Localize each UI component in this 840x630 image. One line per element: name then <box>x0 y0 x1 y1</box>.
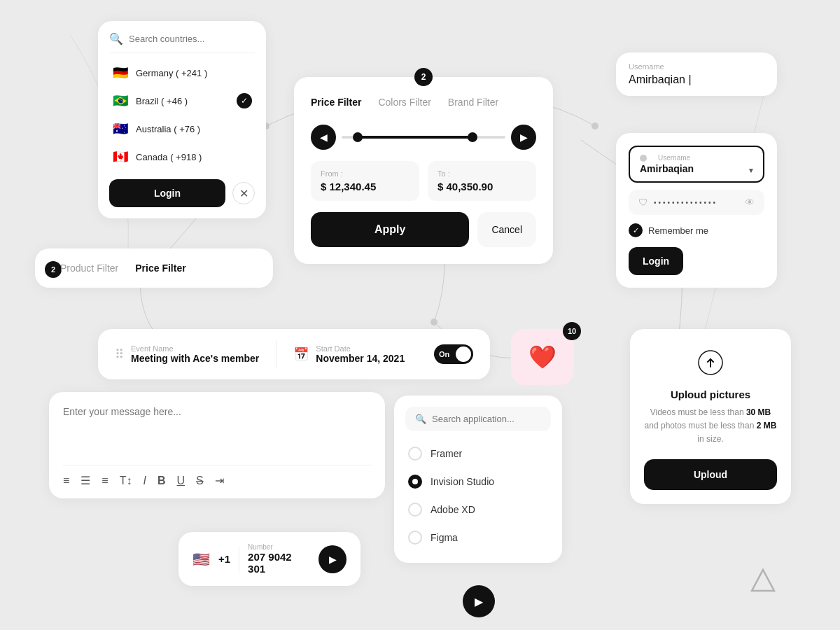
eye-icon[interactable]: 👁 <box>745 197 755 208</box>
like-count-badge: 10 <box>563 322 581 340</box>
align-right-icon[interactable]: ≡ <box>102 475 108 487</box>
radio-inner <box>412 479 418 484</box>
slider-thumb-left[interactable] <box>353 132 363 142</box>
toggle-thumb <box>456 346 471 362</box>
phone-code: +1 <box>218 553 230 565</box>
username-field-value: Amirbaqian <box>640 163 753 174</box>
upload-icon <box>698 350 723 380</box>
login-submit-button[interactable]: Login <box>629 247 683 275</box>
upload-title: Uploud pictures <box>671 388 750 400</box>
strikethrough-icon[interactable]: S <box>196 475 204 487</box>
slider-track[interactable] <box>342 136 505 139</box>
close-button[interactable]: ✕ <box>232 182 255 204</box>
tab-price[interactable]: Price Filter <box>311 94 361 111</box>
username-display-label: Username <box>629 62 764 71</box>
svg-point-4 <box>430 318 438 326</box>
country-selector-card: 🔍 🇩🇪 Germany ( +241 ) 🇧🇷 Brazil ( +46 ) … <box>98 21 266 218</box>
to-price-box[interactable]: To : $ 40,350.90 <box>428 161 536 201</box>
country-name: Canada ( +918 ) <box>136 152 202 162</box>
video-size: 30 MB <box>746 407 771 417</box>
tab-brand[interactable]: Brand Filter <box>448 94 498 111</box>
price-filter-tabs: Price Filter Colors Filter Brand Filter <box>311 94 536 111</box>
phone-divider <box>239 547 239 572</box>
to-value: $ 40,350.90 <box>438 181 526 192</box>
login-button[interactable]: Login <box>109 179 225 207</box>
from-label: From : <box>321 169 410 178</box>
list-item[interactable]: 🇧🇷 Brazil ( +46 ) ✓ <box>109 87 255 115</box>
phone-arrow-button[interactable]: ▶ <box>318 545 346 573</box>
remember-me-row[interactable]: ✓ Remember me <box>629 223 764 237</box>
country-search-input[interactable] <box>129 34 255 44</box>
logo-mark <box>749 567 777 595</box>
cancel-button[interactable]: Cancel <box>477 212 536 247</box>
country-name: Germany ( +241 ) <box>136 68 207 78</box>
slider-left-arrow[interactable]: ◀ <box>311 125 336 150</box>
event-name-field: ⠿ Event Name Meeting with Ace's member <box>115 344 259 364</box>
login-btn-row: Login ✕ <box>109 179 255 207</box>
underline-icon[interactable]: U <box>176 475 185 487</box>
search-icon: 🔍 <box>415 414 426 424</box>
list-item[interactable]: 🇨🇦 Canada ( +918 ) <box>109 143 255 171</box>
from-price-box[interactable]: From : $ 12,340.45 <box>311 161 419 201</box>
remember-label: Remember me <box>648 225 708 236</box>
filter-tabs-card: 2 Product Filter Price Filter <box>35 248 273 288</box>
bold-icon[interactable]: B <box>158 475 166 487</box>
align-left-icon[interactable]: ≡ <box>63 475 69 487</box>
list-item[interactable]: Invision Studio <box>405 468 551 496</box>
country-name: Brazil ( +46 ) <box>136 96 188 106</box>
password-field[interactable]: 🛡 •••••••••••••• 👁 <box>629 190 764 215</box>
radio-framer <box>408 447 422 461</box>
phone-number-value: 207 9042 301 <box>248 551 310 575</box>
align-center-icon[interactable]: ☰ <box>80 474 90 487</box>
selected-check: ✓ <box>237 93 252 108</box>
country-search-row[interactable]: 🔍 <box>109 32 255 53</box>
upload-description: Videos must be less than 30 MB and photo… <box>645 406 777 447</box>
tab-price-filter[interactable]: Price Filter <box>127 260 194 276</box>
indent-icon[interactable]: ⇥ <box>215 474 224 487</box>
message-box-card: ≡ ☰ ≡ T↕ I B U S ⇥ <box>49 392 385 498</box>
app-name: Adobe XD <box>430 504 475 515</box>
start-date-field: 📅 Start Date November 14, 2021 <box>293 344 405 364</box>
to-label: To : <box>438 169 526 178</box>
radio-invision <box>408 475 422 489</box>
phone-number-wrap[interactable]: Number 207 9042 301 <box>248 543 310 575</box>
phone-number-label: Number <box>248 543 310 551</box>
apply-button[interactable]: Apply <box>311 212 469 247</box>
list-item[interactable]: 🇦🇺 Australia ( +76 ) <box>109 115 255 143</box>
upload-card: Uploud pictures Videos must be less than… <box>630 329 791 504</box>
app-search-input[interactable] <box>432 414 541 424</box>
list-item[interactable]: Framer <box>405 440 551 468</box>
field-divider <box>276 340 276 368</box>
italic-icon[interactable]: I <box>143 475 146 487</box>
grid-icon: ⠿ <box>115 346 124 362</box>
app-name: Invision Studio <box>430 476 494 487</box>
font-size-icon[interactable]: T↕ <box>120 475 132 487</box>
tab-product-filter[interactable]: Product Filter <box>52 260 127 276</box>
price-filter-card: 2 Price Filter Colors Filter Brand Filte… <box>294 77 553 264</box>
upload-button[interactable]: Uploud <box>644 459 777 490</box>
password-dots: •••••••••••••• <box>654 199 739 206</box>
toggle-switch[interactable]: On <box>434 344 473 364</box>
flag-usa: 🇺🇸 <box>192 551 210 568</box>
username-field[interactable]: Username Amirbaqian ▼ <box>629 146 764 183</box>
calendar-icon: 📅 <box>293 346 309 362</box>
start-date-value: November 14, 2021 <box>316 353 405 364</box>
slider-thumb-right[interactable] <box>468 132 477 142</box>
play-button[interactable]: ▶ <box>463 585 495 617</box>
avatar-icon <box>640 155 647 162</box>
slider-right-arrow[interactable]: ▶ <box>511 125 536 150</box>
app-search-card: 🔍 Framer Invision Studio Adobe XD Figma <box>394 396 562 563</box>
message-textarea[interactable] <box>63 406 371 462</box>
list-item[interactable]: Adobe XD <box>405 496 551 524</box>
login-form-card: Username Amirbaqian ▼ 🛡 •••••••••••••• 👁… <box>616 133 777 288</box>
price-slider-row: ◀ ▶ <box>311 125 536 150</box>
tab-colors[interactable]: Colors Filter <box>378 94 430 111</box>
like-card[interactable]: 10 ❤️ <box>511 329 574 385</box>
event-card: ⠿ Event Name Meeting with Ace's member 📅… <box>98 329 490 379</box>
event-name-value: Meeting with Ace's member <box>131 353 259 364</box>
list-item[interactable]: 🇩🇪 Germany ( +241 ) <box>109 59 255 87</box>
radio-figma <box>408 531 422 545</box>
flag-canada: 🇨🇦 <box>112 149 129 164</box>
app-search-row[interactable]: 🔍 <box>405 407 551 431</box>
list-item[interactable]: Figma <box>405 524 551 552</box>
